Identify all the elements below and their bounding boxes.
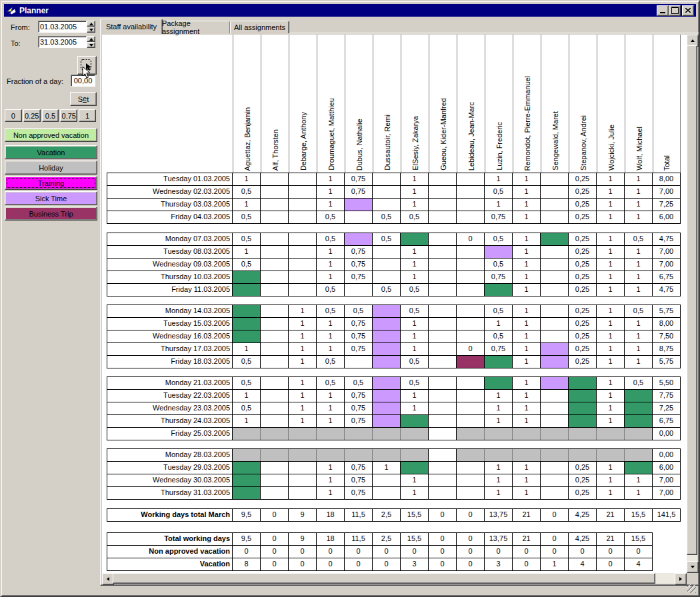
grid-cell[interactable]: [625, 390, 653, 402]
grid-cell[interactable]: 1: [485, 474, 513, 486]
grid-cell[interactable]: 1: [317, 199, 345, 211]
grid-cell[interactable]: 0,5: [485, 186, 513, 198]
grid-cell[interactable]: 0,5: [233, 402, 261, 414]
grid-cell[interactable]: [429, 305, 457, 317]
grid-cell[interactable]: 1: [485, 462, 513, 474]
grid-cell[interactable]: 1: [597, 186, 625, 198]
close-button[interactable]: [682, 5, 694, 16]
grid-cell[interactable]: 1: [513, 474, 541, 486]
grid-cell[interactable]: [597, 449, 625, 461]
grid-cell[interactable]: 1: [625, 246, 653, 258]
grid-cell[interactable]: [373, 246, 401, 258]
grid-cell[interactable]: [429, 377, 457, 389]
grid-cell[interactable]: [429, 330, 457, 342]
grid-cell[interactable]: [373, 318, 401, 330]
grid-cell[interactable]: 0,25: [569, 487, 597, 499]
grid-cell[interactable]: [373, 474, 401, 486]
grid-cell[interactable]: [513, 449, 541, 461]
grid-cell[interactable]: [541, 233, 569, 245]
grid-cell[interactable]: 1: [513, 284, 541, 296]
grid-cell[interactable]: [429, 173, 457, 185]
grid-cell[interactable]: [289, 284, 317, 296]
grid-cell[interactable]: 1: [233, 199, 261, 211]
grid-cell[interactable]: [373, 402, 401, 414]
grid-cell[interactable]: [541, 415, 569, 427]
grid-cell[interactable]: 1: [233, 173, 261, 185]
grid-cell[interactable]: 1: [513, 377, 541, 389]
grid-cell[interactable]: [373, 271, 401, 283]
grid-cell[interactable]: [289, 259, 317, 271]
grid-cell[interactable]: 1: [401, 390, 429, 402]
grid-cell[interactable]: 1: [289, 343, 317, 355]
grid-cell[interactable]: [289, 474, 317, 486]
grid-cell[interactable]: [261, 402, 289, 414]
grid-cell[interactable]: [569, 449, 597, 461]
grid-cell[interactable]: [373, 356, 401, 368]
grid-cell[interactable]: 1: [513, 402, 541, 414]
grid-cell[interactable]: [457, 199, 485, 211]
grid-cell[interactable]: 1: [513, 259, 541, 271]
grid-cell[interactable]: [401, 415, 429, 427]
grid-cell[interactable]: [429, 487, 457, 499]
grid-cell[interactable]: [289, 233, 317, 245]
grid-cell[interactable]: [429, 343, 457, 355]
grid-cell[interactable]: [373, 199, 401, 211]
grid-cell[interactable]: 0,5: [401, 305, 429, 317]
grid-cell[interactable]: [429, 402, 457, 414]
grid-cell[interactable]: [261, 173, 289, 185]
grid-cell[interactable]: [261, 428, 289, 440]
grid-cell[interactable]: 0,5: [317, 284, 345, 296]
grid-cell[interactable]: 1: [317, 390, 345, 402]
grid-cell[interactable]: 1: [373, 462, 401, 474]
grid-cell[interactable]: [541, 428, 569, 440]
grid-cell[interactable]: 1: [597, 474, 625, 486]
grid-cell[interactable]: 1: [485, 199, 513, 211]
grid-cell[interactable]: 0,75: [345, 343, 373, 355]
grid-cell[interactable]: 0,5: [317, 356, 345, 368]
grid-cell[interactable]: [345, 356, 373, 368]
grid-cell[interactable]: 1: [625, 318, 653, 330]
maximize-button[interactable]: [669, 5, 681, 16]
grid-cell[interactable]: [261, 462, 289, 474]
grid-cell[interactable]: 1: [625, 271, 653, 283]
grid-cell[interactable]: [233, 474, 261, 486]
grid-cell[interactable]: 1: [625, 259, 653, 271]
grid-cell[interactable]: 1: [597, 173, 625, 185]
grid-cell[interactable]: 0,5: [233, 233, 261, 245]
legend-button-holiday[interactable]: Holiday: [5, 161, 97, 175]
grid-cell[interactable]: 0,25: [569, 305, 597, 317]
grid-cell[interactable]: 1: [597, 356, 625, 368]
grid-cell[interactable]: 1: [597, 233, 625, 245]
apply-selection-tool-button[interactable]: [77, 56, 97, 75]
grid-cell[interactable]: [625, 462, 653, 474]
grid-cell[interactable]: [541, 330, 569, 342]
grid-cell[interactable]: [261, 233, 289, 245]
grid-cell[interactable]: 0,75: [485, 343, 513, 355]
grid-cell[interactable]: [541, 474, 569, 486]
grid-cell[interactable]: 1: [513, 462, 541, 474]
grid-cell[interactable]: 0,75: [345, 259, 373, 271]
grid-cell[interactable]: 1: [625, 284, 653, 296]
grid-cell[interactable]: [513, 428, 541, 440]
grid-cell[interactable]: [289, 462, 317, 474]
grid-cell[interactable]: 1: [513, 356, 541, 368]
grid-cell[interactable]: 1: [485, 487, 513, 499]
grid-cell[interactable]: [485, 449, 513, 461]
grid-cell[interactable]: 0,5: [485, 259, 513, 271]
grid-cell[interactable]: [373, 487, 401, 499]
grid-cell[interactable]: 1: [485, 318, 513, 330]
grid-cell[interactable]: [429, 271, 457, 283]
grid-cell[interactable]: 1: [289, 377, 317, 389]
grid-cell[interactable]: 0,25: [569, 356, 597, 368]
grid-cell[interactable]: [261, 474, 289, 486]
grid-cell[interactable]: [541, 211, 569, 223]
grid-cell[interactable]: 1: [597, 330, 625, 342]
grid-cell[interactable]: [457, 186, 485, 198]
grid-cell[interactable]: [457, 356, 485, 368]
grid-cell[interactable]: [429, 356, 457, 368]
fraction-button-0[interactable]: 0: [5, 109, 22, 122]
grid-cell[interactable]: 1: [289, 318, 317, 330]
grid-cell[interactable]: [261, 259, 289, 271]
fraction-button-1[interactable]: 1: [79, 109, 96, 122]
grid-cell[interactable]: [541, 173, 569, 185]
